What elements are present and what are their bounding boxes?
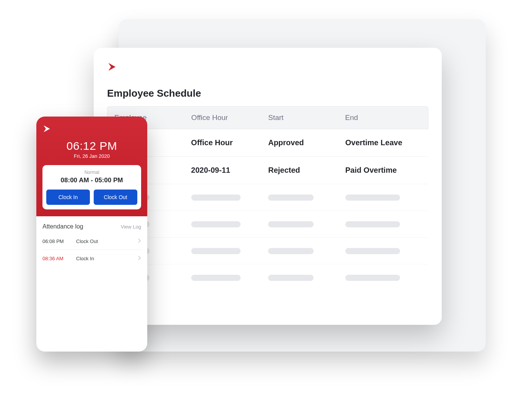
table-row[interactable]: dson 2020-09-11 Rejected Paid Overtime bbox=[107, 157, 428, 184]
skeleton-row bbox=[107, 184, 428, 211]
chevron-right-icon bbox=[138, 238, 141, 244]
brand-row bbox=[107, 59, 428, 76]
attendance-log-section: Attendance log View Log 06:08 PM Clock O… bbox=[36, 216, 147, 271]
skeleton-bar bbox=[191, 195, 241, 201]
skeleton-bar bbox=[268, 275, 314, 281]
skeleton-bar bbox=[191, 221, 241, 227]
cell-end: Paid Overtime bbox=[338, 166, 428, 175]
brand-row bbox=[42, 124, 54, 135]
skeleton-bar bbox=[345, 248, 400, 254]
column-header-end: End bbox=[338, 113, 428, 122]
cell-start: Approved bbox=[261, 138, 338, 147]
column-header-office-hour: Office Hour bbox=[184, 113, 261, 122]
mobile-clock-card: 06:12 PM Fri, 26 Jan 2020 Normal 08:00 A… bbox=[36, 117, 147, 352]
clock-in-button[interactable]: Clock In bbox=[46, 190, 90, 205]
cell-office-hour: Office Hour bbox=[184, 138, 262, 147]
chevron-right-icon bbox=[138, 256, 141, 261]
log-time: 08:36 AM bbox=[42, 256, 76, 261]
skeleton-bar bbox=[191, 275, 241, 281]
skeleton-bar bbox=[345, 221, 400, 227]
log-row[interactable]: 06:08 PM Clock Out bbox=[42, 233, 141, 250]
skeleton-bar bbox=[268, 221, 314, 227]
log-row[interactable]: 08:36 AM Clock In bbox=[42, 250, 141, 267]
skeleton-rows bbox=[107, 184, 428, 291]
shift-range: 08:00 AM - 05:00 PM bbox=[61, 177, 123, 184]
log-time: 06:08 PM bbox=[42, 238, 76, 244]
column-header-start: Start bbox=[261, 113, 338, 122]
skeleton-bar bbox=[345, 195, 400, 201]
page-title: Employee Schedule bbox=[107, 88, 428, 99]
log-title: Attendance log bbox=[42, 223, 83, 230]
table-row[interactable]: rtin Office Hour Approved Overtime Leave bbox=[107, 129, 428, 157]
current-date: Fri, 26 Jan 2020 bbox=[74, 153, 110, 159]
current-time: 06:12 PM bbox=[67, 139, 117, 152]
mobile-header: 06:12 PM Fri, 26 Jan 2020 Normal 08:00 A… bbox=[36, 117, 147, 216]
shift-card: Normal 08:00 AM - 05:00 PM Clock In Cloc… bbox=[42, 165, 141, 209]
clock-out-button[interactable]: Clock Out bbox=[94, 190, 137, 205]
log-type: Clock In bbox=[76, 256, 138, 261]
skeleton-bar bbox=[345, 275, 400, 281]
log-type: Clock Out bbox=[76, 238, 138, 244]
brand-logo-icon bbox=[42, 128, 54, 135]
table-header: Employee Office Hour Start End bbox=[107, 106, 428, 129]
log-header: Attendance log View Log bbox=[42, 223, 141, 230]
skeleton-row bbox=[107, 238, 428, 264]
cell-office-hour: 2020-09-11 bbox=[184, 166, 262, 175]
skeleton-bar bbox=[268, 195, 314, 201]
cell-start: Rejected bbox=[261, 166, 338, 175]
brand-logo-icon bbox=[107, 62, 120, 74]
view-log-link[interactable]: View Log bbox=[121, 224, 141, 230]
shift-label: Normal bbox=[85, 170, 99, 175]
skeleton-bar bbox=[191, 248, 241, 254]
skeleton-row bbox=[107, 211, 428, 238]
cell-end: Overtime Leave bbox=[338, 138, 428, 147]
skeleton-row bbox=[107, 264, 428, 291]
clock-buttons: Clock In Clock Out bbox=[46, 190, 137, 205]
skeleton-bar bbox=[268, 248, 314, 254]
